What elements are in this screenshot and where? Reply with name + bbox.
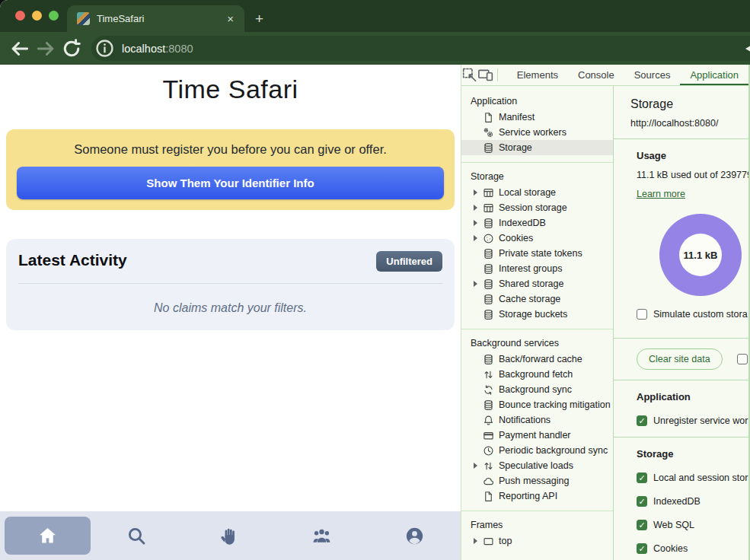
expand-arrow-icon[interactable] [474,220,483,226]
simulate-storage-label: Simulate custom stora [653,309,748,320]
tab-close-icon[interactable]: × [224,11,237,26]
sidebar-item-storage[interactable]: Storage [461,140,613,155]
clear-site-data-button[interactable]: Clear site data [637,348,723,370]
checkbox-label: Unregister service wor [653,415,748,426]
checkbox-checked-icon[interactable]: ✓ [637,415,647,426]
zoom-window-button[interactable] [49,11,59,21]
bottom-navigation [0,511,461,560]
checkbox-checked-icon[interactable]: ✓ [637,543,647,554]
checkbox-unchecked-icon[interactable] [637,309,647,320]
expand-arrow-icon[interactable] [474,463,483,469]
sidebar-item-session-storage[interactable]: Session storage [461,200,613,215]
sidebar-item-notifications[interactable]: Notifications [461,412,613,428]
storage-origin: http://localhost:8080/ [630,118,748,129]
sidebar-item-label: Private state tokens [499,248,582,259]
devtools-tab-application[interactable]: Application [680,65,748,85]
cookie-icon [483,233,494,244]
close-window-button[interactable] [15,11,25,21]
checkbox-unchecked-icon[interactable] [737,354,748,364]
sidebar-item-push-messaging[interactable]: Push messaging [461,473,613,488]
sidebar-item-label: Push messaging [499,476,569,486]
checkbox-unregister-service-wor[interactable]: ✓Unregister service wor [637,415,748,426]
checkbox-local-and-session-stor[interactable]: ✓Local and session stor [637,473,748,483]
checkbox-checked-icon[interactable]: ✓ [637,473,647,483]
expand-arrow-icon[interactable] [474,538,483,544]
device-toolbar-icon[interactable] [477,65,493,85]
sidebar-item-label: Cache storage [499,294,560,304]
sidebar-item-label: Periodic background sync [499,445,608,456]
card-icon [483,430,494,441]
sidebar-item-shared-storage[interactable]: Shared storage [461,276,613,291]
show-identifier-info-button[interactable]: Show Them Your Identifier Info [17,167,444,199]
expand-arrow-icon[interactable] [474,281,483,287]
sidebar-item-private-state-tokens[interactable]: Private state tokens [461,246,613,261]
sidebar-item-manifest[interactable]: Manifest [461,110,613,125]
sidebar-item-storage-buckets[interactable]: Storage buckets [461,307,613,322]
forward-icon[interactable] [35,38,56,59]
devtools-sidebar: ApplicationManifestService workersStorag… [461,86,614,560]
people-icon [311,526,332,546]
sidebar-item-background-sync[interactable]: Background sync [461,382,613,397]
unfiltered-button[interactable]: Unfiltered [376,251,442,272]
reload-icon[interactable] [61,38,82,59]
checkbox-indexeddb[interactable]: ✓IndexedDB [637,496,748,507]
nav-people[interactable] [276,511,369,560]
sidebar-item-label: Cookies [499,233,533,243]
sidebar-item-local-storage[interactable]: Local storage [461,185,613,200]
sidebar-section-title: Application [461,94,613,110]
sidebar-item-top[interactable]: top [461,533,613,549]
checkbox-label: Local and session stor [653,473,748,483]
nav-hand[interactable] [184,511,276,560]
checkbox-checked-icon[interactable]: ✓ [637,520,647,530]
sidebar-item-speculative-loads[interactable]: Speculative loads [461,458,613,473]
checkbox-checked-icon[interactable]: ✓ [637,496,647,507]
nav-search[interactable] [91,511,184,560]
site-info-icon[interactable] [94,38,115,59]
simulate-storage-checkbox[interactable]: Simulate custom stora [637,309,748,320]
database-icon [483,218,494,229]
devtools-tab-sources[interactable]: Sources [624,65,681,85]
nav-profile[interactable] [369,511,461,560]
learn-more-link[interactable]: Learn more [637,189,685,199]
expand-arrow-icon[interactable] [474,189,483,196]
sidebar-item-reporting-api[interactable]: Reporting API [461,488,613,504]
devtools-tab-console[interactable]: Console [568,65,624,85]
panel-section-heading: Application [637,391,748,402]
devtools-panel: ElementsConsoleSourcesApplication › Appl… [461,65,750,560]
address-bar[interactable]: localhost:8080 [91,36,750,61]
checkbox-web-sql[interactable]: ✓Web SQL [637,520,748,530]
sidebar-item-label: Background sync [499,384,572,395]
sidebar-item-service-workers[interactable]: Service workers [461,125,613,140]
devtools-tab-elements[interactable]: Elements [507,65,568,85]
sidebar-item-back-forward-cache[interactable]: Back/forward cache [461,352,613,367]
clock-icon [483,445,494,457]
checkbox-cookies[interactable]: ✓Cookies [637,543,748,554]
sidebar-item-cookies[interactable]: Cookies [461,231,613,246]
hand-icon [219,526,240,546]
sync-icon [483,384,494,396]
minimize-window-button[interactable] [32,11,42,21]
checkbox-label: Web SQL [653,520,694,530]
cloud-icon [483,476,494,487]
document-icon [483,491,494,502]
sidebar-item-payment-handler[interactable]: Payment handler [461,428,613,443]
storage-panel-title: Storage [630,97,748,111]
inspect-element-icon[interactable] [461,65,477,85]
database-icon [483,309,494,320]
sidebar-item-bounce-tracking-mitigation[interactable]: Bounce tracking mitigation [461,397,613,412]
include-third-party-checkbox[interactable]: in [737,354,748,364]
empty-claims-message: No claims match your filters. [18,301,442,315]
expand-arrow-icon[interactable] [474,235,483,241]
sidebar-item-background-fetch[interactable]: Background fetch [461,367,613,382]
new-tab-button[interactable]: + [255,11,263,27]
nav-home[interactable] [5,517,91,555]
sidebar-item-cache-storage[interactable]: Cache storage [461,291,613,307]
home-icon [37,526,58,546]
alert-message: Someone must register you before you can… [17,142,444,157]
expand-arrow-icon[interactable] [474,205,483,211]
browser-tab-timesafari[interactable]: TimeSafari × [67,5,244,32]
back-icon[interactable] [9,38,30,59]
sidebar-item-interest-groups[interactable]: Interest groups [461,261,613,276]
sidebar-item-indexeddb[interactable]: IndexedDB [461,215,613,231]
sidebar-item-periodic-background-sync[interactable]: Periodic background sync [461,443,613,458]
